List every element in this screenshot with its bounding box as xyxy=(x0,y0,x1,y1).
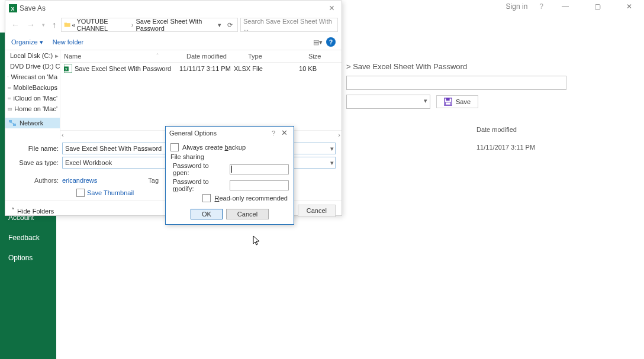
col-name[interactable]: Nameˆ xyxy=(60,50,183,62)
dialog-close-button[interactable]: × xyxy=(326,3,338,14)
password-modify-label: Password to modify: xyxy=(173,178,226,192)
sidebar-item-feedback[interactable]: Feedback xyxy=(0,228,56,248)
svg-rect-13 xyxy=(9,120,12,122)
tree-item-wirecast[interactable]: Wirecast on 'Ma xyxy=(5,72,60,82)
save-thumbnail-checkbox[interactable] xyxy=(76,189,85,197)
path-seg-1[interactable]: YOUTUBE CHANNEL xyxy=(76,18,128,32)
tree-item-mobilebackups[interactable]: MobileBackups xyxy=(5,82,60,93)
dialog-close-button[interactable]: ✕ xyxy=(279,128,290,137)
svg-rect-14 xyxy=(13,124,16,126)
nav-forward-button[interactable]: → xyxy=(24,20,37,30)
tags-label: Tag xyxy=(148,177,159,184)
tree-item-network[interactable]: Network xyxy=(5,118,60,128)
help-icon[interactable]: ? xyxy=(539,2,543,11)
general-options-title: General Options xyxy=(169,130,217,137)
filetype-dropdown-backstage[interactable]: ▾ xyxy=(346,95,430,109)
svg-rect-11 xyxy=(8,98,11,99)
new-folder-button[interactable]: New folder xyxy=(53,38,84,46)
breadcrumb-path: > Save Excel Sheet With Password xyxy=(346,62,644,71)
always-create-backup-label: Always create backup xyxy=(182,144,246,151)
file-sharing-label: File sharing xyxy=(170,153,289,160)
address-bar[interactable]: « YOUTUBE CHANNEL › Save Excel Sheet Wit… xyxy=(61,18,238,32)
sidebar-item-options[interactable]: Options xyxy=(0,248,56,268)
svg-rect-12 xyxy=(8,108,11,110)
svg-rect-2 xyxy=(446,102,451,105)
col-date[interactable]: Date modified xyxy=(183,50,244,62)
save-button-label: Save xyxy=(456,98,471,105)
save-type-label: Save as type: xyxy=(11,159,62,166)
dialog-help-button[interactable]: ? xyxy=(268,130,279,137)
save-button-backstage[interactable]: Save xyxy=(436,95,478,108)
read-only-checkbox[interactable] xyxy=(202,194,211,202)
maximize-button[interactable]: ▢ xyxy=(587,0,607,13)
nav-recent-dropdown[interactable]: ▾ xyxy=(40,22,47,28)
chevron-down-icon[interactable]: ▾ xyxy=(330,159,334,167)
tree-item-icloud[interactable]: iCloud on 'Mac' xyxy=(5,93,60,104)
svg-text:X: X xyxy=(65,67,67,71)
file-row[interactable]: XSave Excel Sheet With Password 11/11/17… xyxy=(60,63,342,75)
chevron-down-icon[interactable]: ▾ xyxy=(330,145,334,153)
password-modify-input[interactable] xyxy=(230,180,289,190)
file-name-label: File name: xyxy=(11,145,62,152)
save-icon xyxy=(444,98,452,106)
save-thumbnail-label[interactable]: Save Thumbnail xyxy=(87,189,134,196)
folder-tree[interactable]: Local Disk (C:)▸ DVD Drive (D:) C Wireca… xyxy=(5,50,60,139)
address-dropdown[interactable]: ▾ xyxy=(215,21,224,29)
authors-label: Authors: xyxy=(11,177,59,184)
minimize-button[interactable]: — xyxy=(555,0,575,13)
col-size[interactable]: Size xyxy=(305,50,342,62)
cancel-button[interactable]: Cancel xyxy=(298,205,336,217)
sign-in-link[interactable]: Sign in xyxy=(506,2,528,11)
always-create-backup-checkbox[interactable] xyxy=(170,143,179,151)
svg-rect-6 xyxy=(65,22,67,24)
search-input[interactable]: Search Save Excel Sheet With ... xyxy=(240,18,338,32)
authors-value[interactable]: ericandrews xyxy=(62,177,97,184)
tree-item-local-disk[interactable]: Local Disk (C:)▸ xyxy=(5,50,60,61)
svg-line-15 xyxy=(10,122,14,124)
nav-back-button[interactable]: ← xyxy=(9,20,22,30)
general-options-dialog: General Options ? ✕ Always create backup… xyxy=(165,126,294,225)
view-options-button[interactable]: ▤▾ xyxy=(313,38,323,46)
password-open-input[interactable] xyxy=(230,164,289,174)
excel-icon: X xyxy=(9,4,17,12)
cancel-button[interactable]: Cancel xyxy=(226,209,269,219)
svg-rect-10 xyxy=(8,87,11,88)
refresh-button[interactable]: ⟳ xyxy=(225,21,235,29)
xlsx-file-icon: X xyxy=(64,64,72,73)
col-type[interactable]: Type xyxy=(244,50,305,62)
folder-icon xyxy=(64,21,70,29)
hide-folders-toggle[interactable]: ˄Hide Folders xyxy=(11,207,54,215)
nav-up-button[interactable]: ↑ xyxy=(50,20,59,30)
password-open-label: Password to open: xyxy=(173,162,226,176)
filename-field-backstage[interactable] xyxy=(346,76,566,90)
column-date-modified: Date modified xyxy=(476,126,517,133)
dialog-title: Save As xyxy=(20,4,46,12)
tree-item-dvd[interactable]: DVD Drive (D:) C xyxy=(5,61,60,72)
path-seg-2[interactable]: Save Excel Sheet With Password xyxy=(136,18,214,32)
help-button[interactable]: ? xyxy=(326,37,336,47)
close-button[interactable]: ✕ xyxy=(619,0,639,13)
svg-text:X: X xyxy=(11,6,15,12)
read-only-label: Read-only recommended xyxy=(214,195,288,202)
ok-button[interactable]: OK xyxy=(191,209,223,219)
tree-item-home[interactable]: Home on 'Mac' xyxy=(5,104,60,114)
svg-rect-9 xyxy=(8,77,8,77)
row-date-modified: 11/11/2017 3:11 PM xyxy=(476,144,535,151)
svg-rect-1 xyxy=(446,98,450,101)
organize-menu[interactable]: Organize ▾ xyxy=(11,38,43,46)
